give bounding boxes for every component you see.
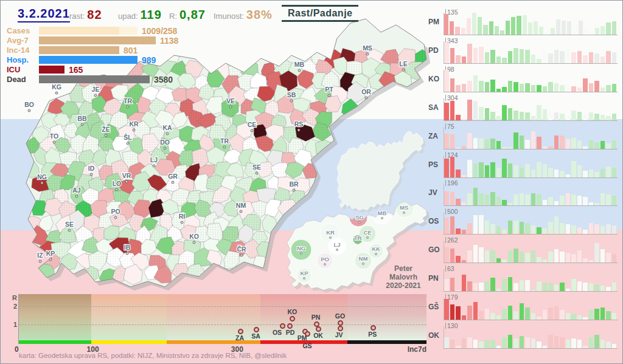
- region-chart-label-SA: SA: [428, 103, 439, 112]
- town-dot: [298, 129, 300, 131]
- sparkline-bar: [537, 317, 541, 320]
- sparkline-bar: [485, 309, 490, 320]
- sparkline-bar: [606, 311, 611, 320]
- sparkline-bar: [594, 142, 599, 149]
- sparkline-bar: [554, 249, 559, 263]
- town-dot: [28, 109, 30, 112]
- sparkline-bar: [462, 84, 467, 92]
- map-label-LJ: LJ: [150, 156, 158, 163]
- sparkline-bar: [571, 279, 576, 291]
- sparkline-bar: [450, 157, 455, 177]
- statbar-bar: [39, 75, 150, 83]
- sparkline-bar: [450, 78, 455, 92]
- sparkline-bar: [543, 310, 548, 320]
- sparkline-bar: [502, 105, 507, 120]
- sparkline-bar: [489, 21, 493, 35]
- town-dot: [251, 129, 253, 132]
- rast-padanje-toggle-button[interactable]: Rast/Padanje: [282, 5, 358, 22]
- sparkline-bar: [511, 17, 515, 35]
- scatter-x-axis-label: Inc7d: [390, 345, 426, 354]
- town-dot: [41, 182, 43, 184]
- sparkline-bar: [548, 222, 553, 234]
- scatter-zone-band-black: [347, 294, 426, 340]
- scatter-y-tick-2: 2: [13, 303, 17, 310]
- sparkline-bar: [513, 194, 518, 205]
- ghost-map-outline: [337, 131, 423, 210]
- header-stat-value: 38%: [246, 8, 273, 21]
- sparkline-bar: [496, 57, 501, 63]
- sparkline-bar: [560, 51, 565, 63]
- inset-label-CE: CE: [363, 229, 371, 236]
- sparkline-bar: [513, 165, 518, 177]
- sparkline-bar: [490, 278, 495, 291]
- town-dot: [172, 181, 174, 184]
- sparkline-bar: [479, 283, 484, 291]
- sparkline-bar: [472, 13, 476, 35]
- region-chart-label-GO: GO: [428, 246, 440, 254]
- inset-label-KK: KK: [372, 246, 380, 252]
- sparkline-bar: [444, 134, 449, 149]
- sparkline-bar: [589, 223, 594, 234]
- sparkline-bar: [589, 170, 594, 177]
- sparkline-bar: [543, 86, 548, 92]
- sparkline-bar: [462, 230, 467, 234]
- sparkline-bar: [577, 88, 582, 92]
- sparkline-bar: [577, 140, 582, 149]
- sparkline-bar: [554, 284, 559, 291]
- sparkline-bar: [577, 112, 582, 120]
- sparkline-bar: [462, 202, 467, 205]
- sparkline-bar: [548, 307, 553, 320]
- scatter-point-OS: [280, 323, 285, 329]
- sparkline-bar: [508, 250, 513, 263]
- map-label-GR: GR: [168, 173, 178, 180]
- sparkline-bar: [543, 346, 548, 348]
- sparkline-bar: [571, 225, 576, 234]
- sparkline-bar: [450, 48, 455, 63]
- sparkline-bar: [450, 278, 455, 291]
- inset-town-dot: [362, 263, 364, 264]
- sparkline-bar: [589, 202, 594, 205]
- sparkline-bar: [485, 194, 490, 205]
- sparkline-bar: [583, 197, 588, 205]
- sparkline-bar: [496, 168, 501, 177]
- map-label-ID: ID: [88, 165, 95, 172]
- sparkline-bar: [594, 53, 599, 63]
- sparkline-bar: [485, 108, 490, 120]
- sparkline-bar: [606, 85, 611, 92]
- sparkline-bar: [450, 249, 455, 263]
- sparkline-bar: [467, 223, 472, 234]
- sparkline-bar: [612, 21, 616, 35]
- sparkline-bar: [467, 160, 472, 177]
- map-label-TR: TR: [220, 137, 229, 145]
- inset-label-NM: NM: [359, 255, 368, 262]
- map-label-JE: JE: [92, 86, 100, 93]
- town-dot: [153, 165, 155, 167]
- town-dot: [39, 260, 41, 263]
- sparkline-bar: [606, 116, 611, 120]
- region-chart-PS: [444, 156, 618, 178]
- sparkline-bar: [531, 55, 536, 63]
- sparkline-bar: [531, 225, 536, 234]
- data-attribution: karta: Geodetska uprava RS, podatki: NIJ…: [19, 352, 287, 359]
- inset-label-KP: KP: [300, 270, 308, 276]
- sparkline-bar: [548, 146, 553, 149]
- town-dot: [127, 106, 129, 108]
- sparkline-bar: [444, 337, 449, 348]
- sparkline-bar: [525, 112, 530, 120]
- sparkline-bar: [531, 250, 536, 263]
- inset-town-dot: [357, 242, 358, 244]
- sparkline-bar: [566, 340, 571, 348]
- sparkline-bar: [502, 58, 507, 63]
- sparkline-bar: [606, 194, 611, 205]
- sparkline-bar: [551, 28, 555, 35]
- map-label-LE: LE: [399, 60, 407, 67]
- sparkline-bar: [444, 279, 449, 291]
- sparkline-bar: [571, 194, 576, 205]
- town-dot: [53, 141, 55, 143]
- town-dot: [94, 94, 97, 97]
- sparkline-bar: [490, 139, 495, 149]
- sparkline-bar: [525, 280, 530, 291]
- sparkline-bar: [612, 313, 617, 320]
- map-label-TR: TR: [124, 97, 132, 105]
- sparkline-bar: [589, 310, 594, 320]
